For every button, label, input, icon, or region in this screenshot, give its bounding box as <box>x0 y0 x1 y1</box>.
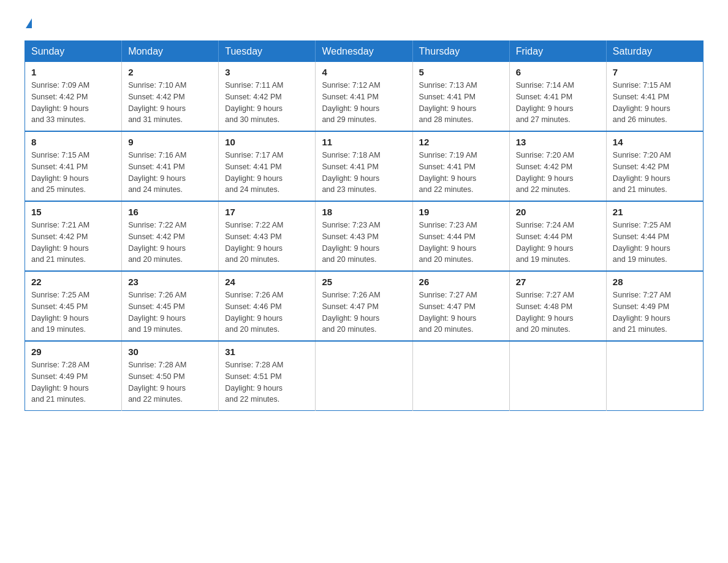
day-info: Sunrise: 7:28 AMSunset: 4:49 PMDaylight:… <box>31 359 115 405</box>
day-number: 29 <box>31 347 115 357</box>
calendar-cell: 15Sunrise: 7:21 AMSunset: 4:42 PMDayligh… <box>25 201 122 271</box>
calendar-cell: 22Sunrise: 7:25 AMSunset: 4:45 PMDayligh… <box>25 271 122 341</box>
calendar-cell <box>316 341 412 411</box>
calendar-cell: 11Sunrise: 7:18 AMSunset: 4:41 PMDayligh… <box>316 131 412 201</box>
day-number: 15 <box>31 207 115 217</box>
day-number: 8 <box>31 137 115 147</box>
calendar-week-4: 22Sunrise: 7:25 AMSunset: 4:45 PMDayligh… <box>25 271 703 341</box>
day-info: Sunrise: 7:14 AMSunset: 4:41 PMDaylight:… <box>516 80 600 126</box>
day-number: 3 <box>225 67 309 77</box>
calendar-cell: 24Sunrise: 7:26 AMSunset: 4:46 PMDayligh… <box>219 271 316 341</box>
calendar-cell <box>412 341 509 411</box>
day-info: Sunrise: 7:24 AMSunset: 4:44 PMDaylight:… <box>516 220 600 266</box>
day-number: 25 <box>322 277 406 287</box>
day-info: Sunrise: 7:20 AMSunset: 4:42 PMDaylight:… <box>516 150 600 196</box>
calendar-cell: 25Sunrise: 7:26 AMSunset: 4:47 PMDayligh… <box>316 271 412 341</box>
day-info: Sunrise: 7:15 AMSunset: 4:41 PMDaylight:… <box>31 150 115 196</box>
calendar-week-1: 1Sunrise: 7:09 AMSunset: 4:42 PMDaylight… <box>25 62 703 131</box>
day-info: Sunrise: 7:20 AMSunset: 4:42 PMDaylight:… <box>613 150 697 196</box>
day-info: Sunrise: 7:13 AMSunset: 4:41 PMDaylight:… <box>419 80 503 126</box>
day-number: 17 <box>225 207 309 217</box>
calendar-cell: 9Sunrise: 7:16 AMSunset: 4:41 PMDaylight… <box>122 131 219 201</box>
weekday-header-monday: Monday <box>122 41 219 63</box>
weekday-header-saturday: Saturday <box>606 41 703 63</box>
calendar-cell: 13Sunrise: 7:20 AMSunset: 4:42 PMDayligh… <box>509 131 606 201</box>
day-number: 18 <box>322 207 406 217</box>
day-info: Sunrise: 7:11 AMSunset: 4:42 PMDaylight:… <box>225 80 309 126</box>
day-number: 19 <box>419 207 503 217</box>
day-info: Sunrise: 7:17 AMSunset: 4:41 PMDaylight:… <box>225 150 309 196</box>
calendar-week-3: 15Sunrise: 7:21 AMSunset: 4:42 PMDayligh… <box>25 201 703 271</box>
day-info: Sunrise: 7:16 AMSunset: 4:41 PMDaylight:… <box>128 150 212 196</box>
day-number: 27 <box>516 277 600 287</box>
calendar-cell: 26Sunrise: 7:27 AMSunset: 4:47 PMDayligh… <box>412 271 509 341</box>
calendar-week-5: 29Sunrise: 7:28 AMSunset: 4:49 PMDayligh… <box>25 341 703 411</box>
day-number: 10 <box>225 137 309 147</box>
calendar-cell: 6Sunrise: 7:14 AMSunset: 4:41 PMDaylight… <box>509 62 606 131</box>
day-info: Sunrise: 7:15 AMSunset: 4:41 PMDaylight:… <box>613 80 697 126</box>
day-number: 14 <box>613 137 697 147</box>
day-number: 13 <box>516 137 600 147</box>
weekday-header-tuesday: Tuesday <box>219 41 316 63</box>
calendar-cell: 30Sunrise: 7:28 AMSunset: 4:50 PMDayligh… <box>122 341 219 411</box>
day-info: Sunrise: 7:22 AMSunset: 4:43 PMDaylight:… <box>225 220 309 266</box>
calendar-cell: 20Sunrise: 7:24 AMSunset: 4:44 PMDayligh… <box>509 201 606 271</box>
day-number: 26 <box>419 277 503 287</box>
day-info: Sunrise: 7:27 AMSunset: 4:49 PMDaylight:… <box>613 289 697 335</box>
calendar-cell: 27Sunrise: 7:27 AMSunset: 4:48 PMDayligh… <box>509 271 606 341</box>
day-number: 20 <box>516 207 600 217</box>
calendar-cell: 7Sunrise: 7:15 AMSunset: 4:41 PMDaylight… <box>606 62 703 131</box>
calendar-cell: 3Sunrise: 7:11 AMSunset: 4:42 PMDaylight… <box>219 62 316 131</box>
day-number: 4 <box>322 67 406 77</box>
day-info: Sunrise: 7:18 AMSunset: 4:41 PMDaylight:… <box>322 150 406 196</box>
day-number: 16 <box>128 207 212 217</box>
day-info: Sunrise: 7:27 AMSunset: 4:48 PMDaylight:… <box>516 289 600 335</box>
day-number: 9 <box>128 137 212 147</box>
day-number: 23 <box>128 277 212 287</box>
calendar-cell <box>606 341 703 411</box>
day-info: Sunrise: 7:28 AMSunset: 4:50 PMDaylight:… <box>128 359 212 405</box>
calendar-cell: 23Sunrise: 7:26 AMSunset: 4:45 PMDayligh… <box>122 271 219 341</box>
calendar-week-2: 8Sunrise: 7:15 AMSunset: 4:41 PMDaylight… <box>25 131 703 201</box>
day-number: 12 <box>419 137 503 147</box>
weekday-header-friday: Friday <box>509 41 606 63</box>
weekday-header-thursday: Thursday <box>412 41 509 63</box>
calendar-cell: 19Sunrise: 7:23 AMSunset: 4:44 PMDayligh… <box>412 201 509 271</box>
day-info: Sunrise: 7:10 AMSunset: 4:42 PMDaylight:… <box>128 80 212 126</box>
day-info: Sunrise: 7:25 AMSunset: 4:44 PMDaylight:… <box>613 220 697 266</box>
calendar-cell: 1Sunrise: 7:09 AMSunset: 4:42 PMDaylight… <box>25 62 122 131</box>
day-info: Sunrise: 7:26 AMSunset: 4:46 PMDaylight:… <box>225 289 309 335</box>
day-number: 2 <box>128 67 212 77</box>
day-info: Sunrise: 7:26 AMSunset: 4:45 PMDaylight:… <box>128 289 212 335</box>
day-info: Sunrise: 7:23 AMSunset: 4:43 PMDaylight:… <box>322 220 406 266</box>
calendar-cell <box>509 341 606 411</box>
day-info: Sunrise: 7:28 AMSunset: 4:51 PMDaylight:… <box>225 359 309 405</box>
day-number: 6 <box>516 67 600 77</box>
day-number: 31 <box>225 347 309 357</box>
day-info: Sunrise: 7:21 AMSunset: 4:42 PMDaylight:… <box>31 220 115 266</box>
calendar-cell: 21Sunrise: 7:25 AMSunset: 4:44 PMDayligh… <box>606 201 703 271</box>
calendar-cell: 16Sunrise: 7:22 AMSunset: 4:42 PMDayligh… <box>122 201 219 271</box>
day-info: Sunrise: 7:23 AMSunset: 4:44 PMDaylight:… <box>419 220 503 266</box>
logo-triangle-icon <box>26 18 32 28</box>
calendar-cell: 17Sunrise: 7:22 AMSunset: 4:43 PMDayligh… <box>219 201 316 271</box>
day-number: 11 <box>322 137 406 147</box>
day-info: Sunrise: 7:25 AMSunset: 4:45 PMDaylight:… <box>31 289 115 335</box>
day-info: Sunrise: 7:09 AMSunset: 4:42 PMDaylight:… <box>31 80 115 126</box>
day-info: Sunrise: 7:27 AMSunset: 4:47 PMDaylight:… <box>419 289 503 335</box>
calendar-table: SundayMondayTuesdayWednesdayThursdayFrid… <box>25 40 703 411</box>
calendar-cell: 12Sunrise: 7:19 AMSunset: 4:41 PMDayligh… <box>412 131 509 201</box>
calendar-cell: 18Sunrise: 7:23 AMSunset: 4:43 PMDayligh… <box>316 201 412 271</box>
calendar-cell: 29Sunrise: 7:28 AMSunset: 4:49 PMDayligh… <box>25 341 122 411</box>
day-number: 30 <box>128 347 212 357</box>
day-info: Sunrise: 7:19 AMSunset: 4:41 PMDaylight:… <box>419 150 503 196</box>
day-number: 24 <box>225 277 309 287</box>
page-header <box>25 18 703 28</box>
logo <box>25 18 32 28</box>
day-info: Sunrise: 7:26 AMSunset: 4:47 PMDaylight:… <box>322 289 406 335</box>
day-number: 28 <box>613 277 697 287</box>
calendar-cell: 2Sunrise: 7:10 AMSunset: 4:42 PMDaylight… <box>122 62 219 131</box>
day-info: Sunrise: 7:22 AMSunset: 4:42 PMDaylight:… <box>128 220 212 266</box>
day-info: Sunrise: 7:12 AMSunset: 4:41 PMDaylight:… <box>322 80 406 126</box>
day-number: 7 <box>613 67 697 77</box>
